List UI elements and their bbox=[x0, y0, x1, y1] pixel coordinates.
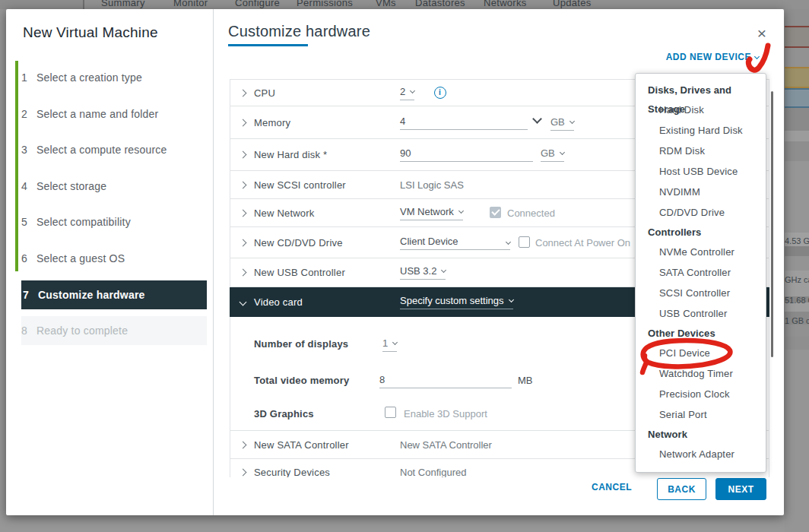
menu-item-existing-hard-disk[interactable]: Existing Hard Disk bbox=[636, 120, 766, 141]
sata-controller-value: New SATA Controller bbox=[400, 439, 492, 451]
step-label: Select a name and folder bbox=[36, 108, 158, 120]
collapse-chevron-icon[interactable] bbox=[240, 298, 247, 306]
expand-chevron-icon[interactable] bbox=[240, 151, 247, 159]
menu-item-nvdimm[interactable]: NVDIMM bbox=[636, 182, 766, 202]
menu-item-network-adapter[interactable]: Network Adapter bbox=[636, 444, 766, 464]
title-underline bbox=[228, 44, 308, 46]
hw-row-label: New SATA Controller bbox=[254, 439, 349, 451]
chevron-down-icon bbox=[509, 296, 514, 302]
menu-item-watchdog-timer[interactable]: Watchdog Timer bbox=[636, 363, 766, 384]
wizard-step-1[interactable]: 1Select a creation type bbox=[21, 63, 207, 92]
displays-select[interactable]: 1 bbox=[382, 337, 397, 352]
step-number: 8 bbox=[21, 325, 36, 337]
step-label: Select a compute resource bbox=[36, 144, 167, 156]
scrollbar-thumb[interactable] bbox=[771, 91, 773, 357]
wizard-step-7-active[interactable]: 7Customize hardware bbox=[21, 280, 207, 309]
expand-chevron-icon[interactable] bbox=[240, 441, 247, 448]
video-memory-label: Total video memory bbox=[254, 375, 349, 386]
cpu-count-value: 2 bbox=[400, 86, 405, 97]
expand-chevron-icon[interactable] bbox=[240, 89, 247, 97]
enable-3d-checkbox[interactable] bbox=[385, 407, 396, 418]
video-memory-input[interactable]: 8 bbox=[379, 374, 512, 388]
wizard-step-3[interactable]: 3Select a compute resource bbox=[21, 135, 207, 164]
page-title: Customize hardware bbox=[228, 23, 370, 40]
disk-unit-value: GB bbox=[541, 147, 555, 159]
background-tab-monitor: Monitor bbox=[173, 0, 208, 8]
network-select[interactable]: VM Network bbox=[400, 206, 463, 220]
background-tab-permissions: Permissions bbox=[297, 0, 353, 8]
wizard-step-2[interactable]: 2Select a name and folder bbox=[21, 100, 207, 128]
enable-3d-label: Enable 3D Support bbox=[404, 408, 487, 420]
screen: Summary Monitor Configure Permissions VM… bbox=[0, 0, 809, 532]
memory-unit-value: GB bbox=[550, 116, 565, 128]
expand-chevron-icon[interactable] bbox=[240, 119, 247, 126]
menu-item-usb-controller[interactable]: USB Controller bbox=[636, 303, 766, 324]
close-icon[interactable]: × bbox=[753, 25, 771, 43]
wizard-step-5[interactable]: 5Select compatibility bbox=[21, 207, 207, 236]
next-button[interactable]: NEXT bbox=[715, 478, 766, 500]
background-text-fragment: GHz ca bbox=[785, 275, 809, 284]
cancel-button[interactable]: CANCEL bbox=[592, 482, 632, 492]
memory-unit-select[interactable]: GB bbox=[550, 116, 574, 131]
add-new-device-button[interactable]: ADD NEW DEVICE bbox=[639, 50, 759, 64]
step-label: Customize hardware bbox=[36, 289, 145, 301]
connected-checkbox bbox=[490, 207, 501, 218]
connect-at-power-on-checkbox[interactable] bbox=[519, 236, 530, 248]
step-number: 1 bbox=[21, 71, 36, 84]
memory-size-input[interactable]: 4 bbox=[400, 116, 528, 130]
chevron-down-icon bbox=[754, 54, 760, 59]
chevron-down-icon bbox=[560, 150, 565, 155]
info-icon[interactable] bbox=[434, 87, 446, 99]
disk-size-input[interactable]: 90 bbox=[400, 147, 533, 162]
menu-item-rdm-disk[interactable]: RDM Disk bbox=[636, 141, 766, 161]
menu-item-nvme-controller[interactable]: NVMe Controller bbox=[636, 242, 766, 262]
expand-chevron-icon[interactable] bbox=[240, 468, 247, 476]
step-number: 4 bbox=[21, 180, 36, 192]
menu-item-pci-device[interactable]: PCI Device bbox=[636, 343, 766, 363]
chevron-down-icon bbox=[458, 207, 464, 213]
menu-item-host-usb-device[interactable]: Host USB Device bbox=[636, 161, 766, 182]
chevron-down-icon bbox=[441, 268, 446, 273]
background-text-fragment: 51.68 G bbox=[785, 296, 809, 305]
connected-checkbox-label: Connected bbox=[507, 207, 555, 219]
background-nav-rail bbox=[0, 0, 84, 9]
scsi-controller-value: LSI Logic SAS bbox=[400, 179, 464, 191]
usb-version-select[interactable]: USB 3.2 bbox=[400, 265, 446, 280]
add-new-device-label: ADD NEW DEVICE bbox=[666, 52, 751, 62]
expand-chevron-icon[interactable] bbox=[240, 269, 247, 277]
background-tab-summary: Summary bbox=[101, 0, 145, 8]
displays-label: Number of displays bbox=[254, 338, 348, 350]
cd-dvd-select[interactable]: Client Device bbox=[400, 236, 510, 250]
menu-item-precision-clock[interactable]: Precision Clock bbox=[636, 384, 766, 404]
cpu-count-select[interactable]: 2 bbox=[400, 86, 414, 100]
menu-item-scsi-controller[interactable]: SCSI Controller bbox=[636, 283, 766, 303]
menu-item-serial-port[interactable]: Serial Port bbox=[636, 404, 766, 425]
hw-row-label: New SCSI controller bbox=[254, 179, 346, 191]
wizard-step-4[interactable]: 4Select storage bbox=[21, 172, 207, 201]
background-text-fragment: 1 GB ca bbox=[785, 316, 809, 325]
back-button[interactable]: BACK bbox=[657, 478, 706, 500]
background-tab-configure: Configure bbox=[235, 0, 280, 8]
wizard-step-6[interactable]: 6Select a guest OS bbox=[21, 244, 207, 273]
chevron-down-icon bbox=[410, 87, 415, 93]
disk-unit-select[interactable]: GB bbox=[541, 147, 564, 162]
menu-section-network: Network bbox=[636, 425, 766, 444]
cd-dvd-value: Client Device bbox=[400, 236, 458, 247]
menu-item-sata-controller[interactable]: SATA Controller bbox=[636, 262, 766, 283]
expand-chevron-icon[interactable] bbox=[240, 181, 247, 188]
chevron-down-icon bbox=[569, 119, 575, 124]
hw-row-label: New Hard disk * bbox=[254, 149, 327, 160]
step-label: Select a creation type bbox=[36, 71, 142, 84]
step-label: Select compatibility bbox=[36, 216, 131, 228]
usb-version-value: USB 3.2 bbox=[400, 265, 436, 277]
menu-item-cd-dvd-drive[interactable]: CD/DVD Drive bbox=[636, 202, 766, 223]
add-device-menu: Disks, Drives and Storage Hard Disk Exis… bbox=[635, 73, 766, 473]
expand-chevron-icon[interactable] bbox=[240, 209, 247, 217]
expand-chevron-icon[interactable] bbox=[240, 239, 247, 246]
video-settings-value: Specify custom settings bbox=[400, 295, 504, 306]
video-settings-select[interactable]: Specify custom settings bbox=[400, 295, 513, 309]
combobox-caret-icon[interactable] bbox=[532, 114, 542, 124]
background-tab-updates: Updates bbox=[553, 0, 592, 8]
hw-row-label: Video card bbox=[254, 296, 303, 308]
hw-row-label: CPU bbox=[254, 87, 275, 99]
